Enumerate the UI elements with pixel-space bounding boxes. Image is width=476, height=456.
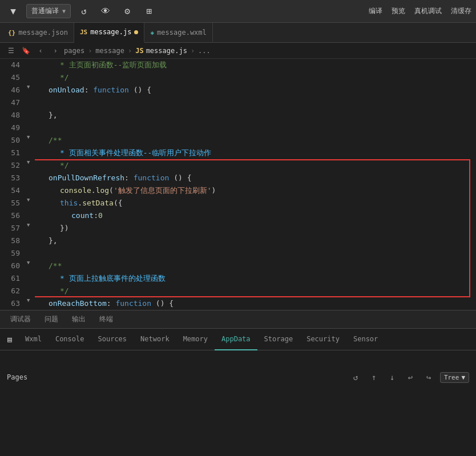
settings-icon[interactable]: ⚙ [119,3,136,20]
ln-46: 46 [0,84,20,96]
preview-eye-icon[interactable]: 👁 [97,3,114,20]
debug-tab-debugger[interactable]: 调试器 [5,312,37,326]
json-file-icon: {} [8,29,15,37]
debug-tab-issues[interactable]: 问题 [39,312,64,326]
bookmark-icon[interactable]: 🔖 [19,45,32,57]
ln-56: 56 [0,209,20,222]
ln-60: 60 [0,260,20,272]
tab-bar: {} message.json JS message.js ◈ message.… [0,23,476,43]
comment-52: */ [60,159,69,172]
comment-62: */ [60,285,69,297]
bc-sep-2: › [128,47,132,55]
fold-arrow-53[interactable]: ▼ [27,159,30,165]
breadcrumb-filename: message.js [146,47,187,55]
wxml-file-icon: ◈ [150,29,154,37]
comment-50: /** [49,134,62,147]
code-line-61: * 页面上拉触底事件的处理函数 [37,272,476,285]
ln-62: 62 [0,285,20,297]
download-btn[interactable]: ↓ [385,370,399,384]
ln-54: 54 [0,184,20,197]
ln-44: 44 [0,59,20,71]
prop-onReachBottom: onReachBottom [49,297,107,310]
undo-btn[interactable]: ↩ [404,370,417,384]
compile-mode-label: 普通编译 [31,6,59,16]
fold-arrow-60[interactable]: ▼ [27,260,30,265]
devtools-icon-wxml: ▤ [2,332,17,347]
devtools-tab-sensor[interactable]: Sensor [346,329,385,350]
fold-arrow-57[interactable]: ▼ [27,222,30,228]
code-editor[interactable]: 44 45 46 47 48 49 50 51 52 53 54 55 56 5… [0,59,476,310]
devtools-tab-console[interactable]: Console [49,329,91,350]
code-line-62: */ [37,285,476,297]
refresh-icon[interactable]: ↺ [75,3,92,20]
comment-61: * 页面上拉触底事件的处理函数 [60,272,166,285]
menu-icon[interactable]: ▼ [5,3,22,20]
code-line-55: this.setData({ [37,197,476,209]
forward-icon[interactable]: › [49,45,62,57]
prop-onUnload: onUnload [49,84,84,96]
breadcrumb-ellipsis: ... [198,47,211,55]
fold-arrow-46[interactable]: ▼ [27,84,30,90]
redo-btn[interactable]: ↪ [422,370,435,384]
unsaved-dot-indicator [134,30,138,34]
kw-this: this [60,197,78,209]
ln-59: 59 [0,247,20,260]
back-icon[interactable]: ‹ [34,45,47,57]
fold-arrow-63[interactable]: ▼ [27,297,30,303]
devtools-tab-appdata[interactable]: AppData [215,329,257,350]
code-line-57: }) [37,222,476,235]
upload-btn[interactable]: ↑ [367,370,381,384]
code-line-56: count:0 [37,209,476,222]
breadcrumb-bar: ☰ 🔖 ‹ › pages › message › JS message.js … [0,43,476,59]
debug-tab-terminal[interactable]: 终端 [94,312,119,326]
comment-44: * 主页面初函数--监听页面加载 [60,59,167,71]
hamburger-icon[interactable]: ☰ [5,45,17,57]
tab-message-wxml[interactable]: ◈ message.wxml [144,23,212,43]
clear-cache-button[interactable]: 清缓存 [451,6,471,16]
ln-53: 53 [0,172,20,184]
debug-panel: 调试器 问题 输出 终端 ▤ Wxml Console Sources Netw… [0,310,476,404]
devtools-tab-storage[interactable]: Storage [257,329,300,350]
preview-button[interactable]: 预览 [392,6,405,16]
punct-58: }, [49,235,58,247]
debug-tab-output[interactable]: 输出 [66,312,91,326]
tree-dropdown-arrow: ▼ [461,374,465,381]
code-line-44: * 主页面初函数--监听页面加载 [37,59,476,71]
ln-47: 47 [0,96,20,109]
fold-column: ▼ ▼ ▼ ▼ ▼ ▼ ▼ [26,59,35,310]
real-debug-button[interactable]: 真机调试 [414,6,442,16]
editor-area: 44 45 46 47 48 49 50 51 52 53 54 55 56 5… [0,59,476,310]
fold-arrow-55[interactable]: ▼ [27,197,30,203]
compile-mode-dropdown[interactable]: 普通编译 ▼ [26,4,71,18]
ln-63: 63 [0,297,20,310]
compile-button[interactable]: 编译 [369,6,382,16]
tab-label-js: message.js [90,28,131,36]
code-line-51: * 页面相关事件处理函数--临听用户下拉动作 [37,147,476,159]
ln-48: 48 [0,109,20,122]
tab-message-js[interactable]: JS message.js [74,23,145,43]
debug-tabs-bar: 调试器 问题 输出 终端 [0,310,476,329]
code-line-50: /** [37,134,476,147]
tree-dropdown[interactable]: Tree ▼ [440,372,469,383]
code-line-63: onReachBottom: function () { [37,297,476,310]
dropdown-arrow-icon: ▼ [62,8,66,14]
devtools-tab-wxml[interactable]: Wxml [18,329,49,350]
top-toolbar: ▼ 普通编译 ▼ ↺ 👁 ⚙ ⊞ 编译 预览 真机调试 清缓存 [0,0,476,23]
tree-label: Tree [444,374,459,381]
code-line-59 [37,247,476,260]
refresh-data-btn[interactable]: ↺ [349,370,362,384]
prop-count: count [71,209,94,222]
devtools-tab-network[interactable]: Network [134,329,176,350]
devtools-tab-memory[interactable]: Memory [176,329,215,350]
code-line-48: }, [37,109,476,122]
bc-sep-1: › [88,47,92,55]
devtools-tab-sources[interactable]: Sources [91,329,134,350]
code-line-54: console.log('触发了信息页面的下拉刷新') [37,184,476,197]
layers-icon[interactable]: ⊞ [140,3,158,20]
tab-message-json[interactable]: {} message.json [2,23,74,43]
devtools-tab-security[interactable]: Security [300,329,346,350]
code-line-47 [37,96,476,109]
fold-arrow-50[interactable]: ▼ [27,134,30,140]
punct-48: }, [49,109,58,122]
js-file-icon: JS [80,29,87,36]
